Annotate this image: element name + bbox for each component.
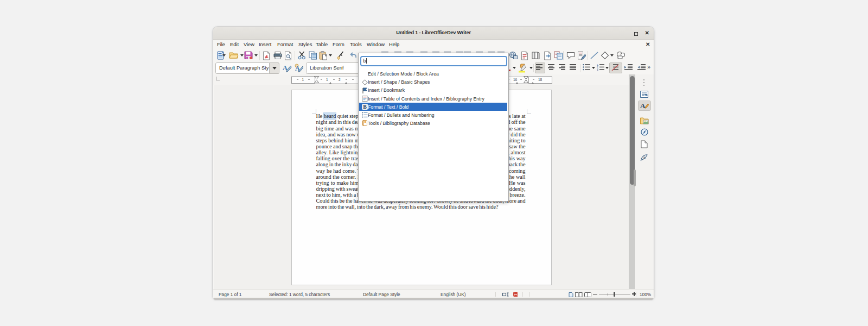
svg-text:3.: 3.: [597, 69, 599, 71]
svg-text:A: A: [640, 102, 646, 109]
svg-text:B: B: [363, 104, 367, 110]
svg-text:A: A: [643, 155, 646, 160]
